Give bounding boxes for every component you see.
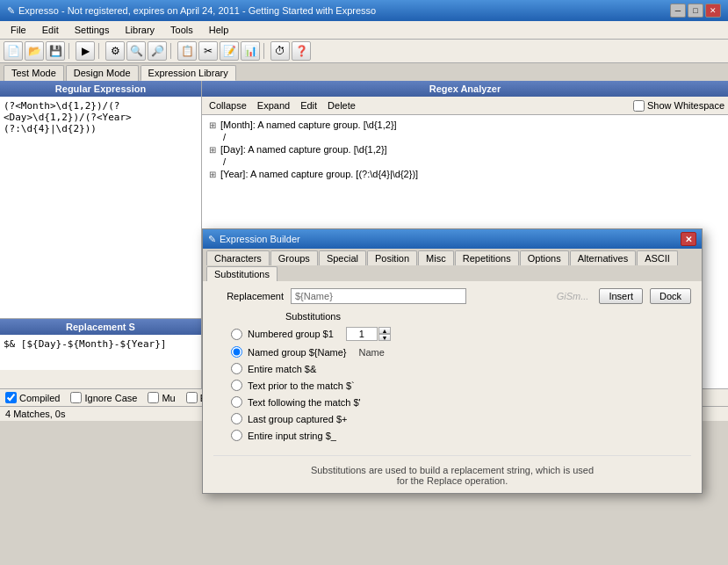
analyzer-toolbar: Collapse Expand Edit Delete Show Whitesp…	[202, 97, 728, 115]
copy-button[interactable]: 📋	[177, 41, 197, 61]
spinner-buttons: ▲ ▼	[378, 327, 391, 341]
ignore-case-checkbox[interactable]	[70, 392, 82, 403]
tree-label-slash-1: /	[223, 132, 226, 142]
radio-label-3: Text prior to the match $`	[248, 380, 355, 391]
tree-item-1[interactable]: ⊞ [Day]: A named capture group. [\d{1,2}…	[205, 143, 724, 156]
dialog-icon: ✎	[208, 234, 216, 245]
new-button[interactable]: 📄	[4, 41, 23, 61]
dialog-tab-substitutions[interactable]: Substitutions	[206, 266, 278, 281]
left-panel: Regular Expression (?<Month>\d{1,2})/(?<…	[0, 81, 202, 388]
check-ignore-case[interactable]: Ignore Case	[70, 392, 137, 403]
dialog-tab-repetitions[interactable]: Repetitions	[455, 250, 519, 265]
dialog-tab-alternatives[interactable]: Alternatives	[570, 250, 636, 265]
dialog-tab-ascii[interactable]: ASCII	[637, 250, 678, 265]
tab-design-mode[interactable]: Design Mode	[66, 65, 139, 81]
minimize-button[interactable]: ─	[670, 4, 686, 18]
watermark-text: GiSm...	[473, 291, 592, 301]
replacement-content[interactable]: $& [${Day}-${Month}-${Year}]	[0, 335, 201, 370]
regex-text[interactable]: (?<Month>\d{1,2})/(?<Day>\d{1,2})/(?<Yea…	[4, 100, 198, 134]
radio-text-prior[interactable]	[231, 380, 242, 391]
toolbar-separator-3	[170, 43, 174, 59]
dialog-tab-characters[interactable]: Characters	[206, 250, 270, 265]
regex-panel-content: (?<Month>\d{1,2})/(?<Day>\d{1,2})/(?<Yea…	[0, 97, 201, 318]
dialog-tab-misc[interactable]: Misc	[418, 250, 454, 265]
dialog-tab-options[interactable]: Options	[520, 250, 569, 265]
dialog-tab-position[interactable]: Position	[367, 250, 417, 265]
delete-link[interactable]: Delete	[324, 98, 359, 112]
expand-icon-1[interactable]: ⊞	[209, 145, 216, 155]
collapse-link[interactable]: Collapse	[205, 98, 250, 112]
radio-numbered-group[interactable]	[231, 329, 242, 340]
spinner-down-button[interactable]: ▼	[378, 334, 391, 341]
ignore-case-label: Ignore Case	[84, 393, 137, 403]
tree-item-0[interactable]: ⊞ [Month]: A named capture group. [\d{1,…	[205, 119, 724, 131]
radio-last-group[interactable]	[231, 413, 242, 421]
toolbar-separator-4	[263, 43, 267, 59]
dialog-tab-special[interactable]: Special	[319, 250, 366, 265]
replacement-input[interactable]	[291, 288, 466, 304]
save-button[interactable]: 💾	[46, 41, 65, 61]
tab-test-mode[interactable]: Test Mode	[4, 65, 64, 81]
config-button[interactable]: ⚙	[105, 41, 125, 61]
radio-entire-match[interactable]	[231, 363, 242, 374]
spinner-up-button[interactable]: ▲	[378, 327, 391, 334]
radio-label-1: Named group ${Name}	[248, 347, 347, 358]
show-whitespace-checkbox[interactable]	[633, 100, 645, 112]
zoom-button[interactable]: 🔎	[148, 41, 167, 61]
radio-named-group[interactable]	[231, 346, 242, 358]
tree-label-1: [Day]: A named capture group. [\d{1,2}]	[220, 144, 387, 155]
tree-label-0: [Month]: A named capture group. [\d{1,2}…	[220, 120, 397, 130]
mu-label: Mu	[162, 393, 175, 403]
menu-settings[interactable]: Settings	[68, 23, 117, 37]
radio-item-0: Numbered group $1 ▲ ▼	[231, 327, 691, 341]
edit-button[interactable]: 📝	[220, 41, 239, 61]
radio-group: Numbered group $1 ▲ ▼ Named group ${Name…	[213, 327, 691, 421]
tabs-bar: Test Mode Design Mode Expression Library	[0, 63, 728, 81]
toolbar-separator-1	[68, 43, 72, 59]
open-button[interactable]: 📂	[25, 41, 44, 61]
app-icon: ✎	[7, 5, 15, 17]
run-button[interactable]: ▶	[76, 41, 95, 61]
tree-label-2: [Year]: A named capture group. [(?:\d{4}…	[220, 169, 418, 179]
radio-item-1: Named group ${Name} Name	[231, 346, 691, 358]
compiled-checkbox[interactable]	[5, 392, 17, 403]
dock-button[interactable]: Dock	[650, 288, 691, 304]
dialog-tabs: Characters Groups Special Position Misc …	[203, 249, 702, 281]
radio-text-following[interactable]	[231, 396, 242, 408]
timer-button[interactable]: ⏱	[270, 41, 290, 61]
radio-item-2: Entire match $&	[231, 363, 691, 374]
dialog-tab-groups[interactable]: Groups	[270, 250, 318, 265]
menu-file[interactable]: File	[4, 23, 33, 37]
expand-icon-0[interactable]: ⊞	[209, 120, 216, 130]
expand-icon-2[interactable]: ⊞	[209, 170, 216, 179]
edit-link[interactable]: Edit	[297, 98, 321, 112]
spinner-input[interactable]	[346, 327, 378, 341]
menu-edit[interactable]: Edit	[35, 23, 66, 37]
tree-label-slash-2: /	[223, 156, 226, 167]
ecma-checkbox[interactable]	[186, 392, 198, 403]
close-button[interactable]: ✕	[705, 4, 721, 18]
chart-button[interactable]: 📊	[241, 41, 260, 61]
menu-library[interactable]: Library	[118, 23, 162, 37]
tab-expression-library[interactable]: Expression Library	[141, 65, 236, 81]
dialog-title-left: ✎ Expression Builder	[208, 234, 300, 245]
maximize-button[interactable]: □	[688, 4, 703, 18]
check-compiled[interactable]: Compiled	[5, 392, 60, 403]
tree-item-2[interactable]: ⊞ [Year]: A named capture group. [(?:\d{…	[205, 168, 724, 180]
mu-checkbox[interactable]	[148, 392, 159, 403]
dialog-close-button[interactable]: ✕	[681, 232, 696, 246]
show-whitespace-check[interactable]: Show Whitespace	[633, 100, 724, 112]
menu-bar: File Edit Settings Library Tools Help	[0, 21, 728, 40]
expand-link[interactable]: Expand	[254, 98, 293, 112]
search-button[interactable]: 🔍	[126, 41, 146, 61]
menu-tools[interactable]: Tools	[163, 23, 200, 37]
compiled-label: Compiled	[19, 393, 60, 403]
insert-button[interactable]: Insert	[599, 288, 643, 304]
help-button[interactable]: ❓	[292, 41, 311, 61]
show-whitespace-label: Show Whitespace	[647, 100, 724, 111]
radio-item-3: Text prior to the match $`	[231, 380, 691, 391]
cut-button[interactable]: ✂	[198, 41, 218, 61]
menu-help[interactable]: Help	[202, 23, 236, 37]
expression-builder-dialog: ✎ Expression Builder ✕ Characters Groups…	[202, 228, 703, 421]
check-mu[interactable]: Mu	[148, 392, 175, 403]
